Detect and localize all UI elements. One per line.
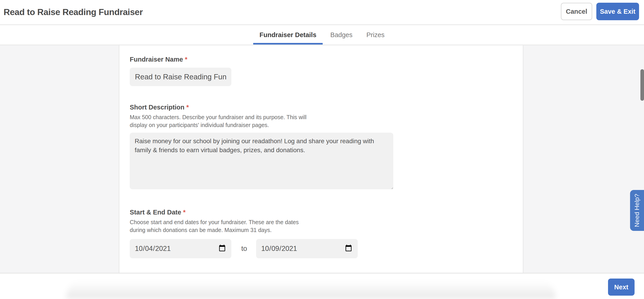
short-description-label: Short Description * <box>130 104 523 111</box>
fundraiser-name-label: Fundraiser Name * <box>130 56 523 63</box>
short-description-textarea[interactable]: Raise money for our school by joining ou… <box>130 133 393 189</box>
fundraiser-name-input[interactable] <box>130 68 232 86</box>
tab-badges[interactable]: Badges <box>330 25 352 44</box>
save-exit-button[interactable]: Save & Exit <box>596 3 639 20</box>
date-range-helper: Choose start and end dates for your fund… <box>130 218 313 234</box>
date-range-label: Start & End Date * <box>130 209 523 216</box>
date-range-row: to <box>130 239 523 258</box>
start-date-input[interactable] <box>130 239 232 258</box>
page-title: Read to Raise Reading Fundraiser <box>4 7 143 17</box>
required-asterisk: * <box>185 56 187 63</box>
need-help-tab[interactable]: Need Help? <box>630 190 644 231</box>
fundraiser-name-field: Fundraiser Name * <box>130 56 523 86</box>
tab-bar: Fundraiser Details Badges Prizes <box>0 24 644 46</box>
required-asterisk: * <box>186 104 189 111</box>
header-actions: Cancel Save & Exit <box>561 3 639 20</box>
cancel-button[interactable]: Cancel <box>561 3 592 20</box>
footer: Next <box>0 273 644 299</box>
fundraiser-details-form: Fundraiser Name * Short Description * Ma… <box>119 46 524 273</box>
date-range-field: Start & End Date * Choose start and end … <box>130 209 523 258</box>
short-description-field: Short Description * Max 500 characters. … <box>130 104 523 189</box>
scrollbar-thumb[interactable] <box>640 69 644 101</box>
next-button[interactable]: Next <box>608 278 634 296</box>
short-description-helper: Max 500 characters. Describe your fundra… <box>130 113 313 129</box>
required-asterisk: * <box>183 209 186 216</box>
tab-fundraiser-details[interactable]: Fundraiser Details <box>260 25 316 44</box>
header: Read to Raise Reading Fundraiser Cancel … <box>0 0 644 24</box>
date-separator: to <box>241 244 247 253</box>
end-date-input[interactable] <box>256 239 358 258</box>
tab-prizes[interactable]: Prizes <box>366 25 384 44</box>
need-help-label: Need Help? <box>634 194 641 227</box>
